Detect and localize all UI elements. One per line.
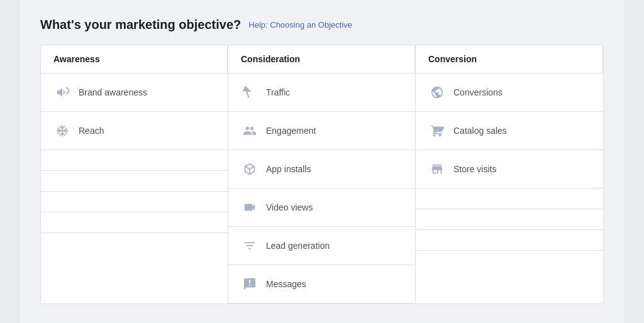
video-icon [241,199,258,216]
empty-cell-conversion-2 [416,230,603,251]
objective-label-app-installs: App installs [266,164,311,174]
empty-cell-awareness-3 [41,212,228,233]
empty-cell-awareness-2 [41,192,228,212]
column-header-awareness: Awareness [41,45,228,74]
empty-cell-conversion-1 [416,209,603,230]
speech-icon [241,275,258,293]
funnel-icon [241,237,258,255]
page-title: What's your marketing objective? [40,18,241,32]
objective-label-brand-awareness: Brand awareness [79,87,147,97]
column-awareness: AwarenessBrand awarenessReach [41,45,228,304]
cart-icon [428,122,446,140]
column-conversion: ConversionConversionsCatalog salesStore … [416,45,603,304]
objective-label-video-views: Video views [266,202,313,212]
objective-label-conversions: Conversions [453,87,502,97]
objective-table: AwarenessBrand awarenessReachConsiderati… [40,45,604,304]
help-link[interactable]: Help: Choosing an Objective [248,20,352,30]
objective-catalog-sales[interactable]: Catalog sales [416,112,603,150]
empty-cell-conversion-0 [416,189,603,209]
objective-store-visits[interactable]: Store visits [416,150,603,189]
objective-conversions[interactable]: Conversions [416,74,603,112]
objective-label-traffic: Traffic [266,87,290,97]
objective-video-views[interactable]: Video views [228,189,415,227]
snowflake-icon [53,122,71,140]
objective-brand-awareness[interactable]: Brand awareness [41,74,228,112]
column-header-consideration: Consideration [228,45,415,74]
megaphone-icon [53,84,71,101]
objective-traffic[interactable]: Traffic [228,74,415,112]
column-header-conversion: Conversion [416,45,603,74]
store-icon [428,160,446,178]
objective-label-messages: Messages [266,279,306,289]
objective-messages[interactable]: Messages [228,265,415,304]
cursor-icon [241,84,258,101]
column-consideration: ConsiderationTrafficEngagementApp instal… [228,45,416,304]
people-icon [241,122,258,140]
objective-label-engagement: Engagement [266,126,316,136]
objective-lead-generation[interactable]: Lead generation [228,227,415,265]
empty-cell-awareness-1 [41,171,228,192]
empty-cell-awareness-0 [41,150,228,171]
objective-label-reach: Reach [79,126,104,136]
objective-label-lead-generation: Lead generation [266,241,330,251]
objective-reach[interactable]: Reach [41,112,228,150]
main-container: What's your marketing objective? Help: C… [20,0,624,323]
page-header: What's your marketing objective? Help: C… [40,18,604,32]
objective-app-installs[interactable]: App installs [228,150,415,189]
box-icon [241,160,258,178]
objective-label-store-visits: Store visits [453,164,496,174]
globe-icon [428,84,446,101]
objective-label-catalog-sales: Catalog sales [453,126,507,136]
objective-engagement[interactable]: Engagement [228,112,415,150]
